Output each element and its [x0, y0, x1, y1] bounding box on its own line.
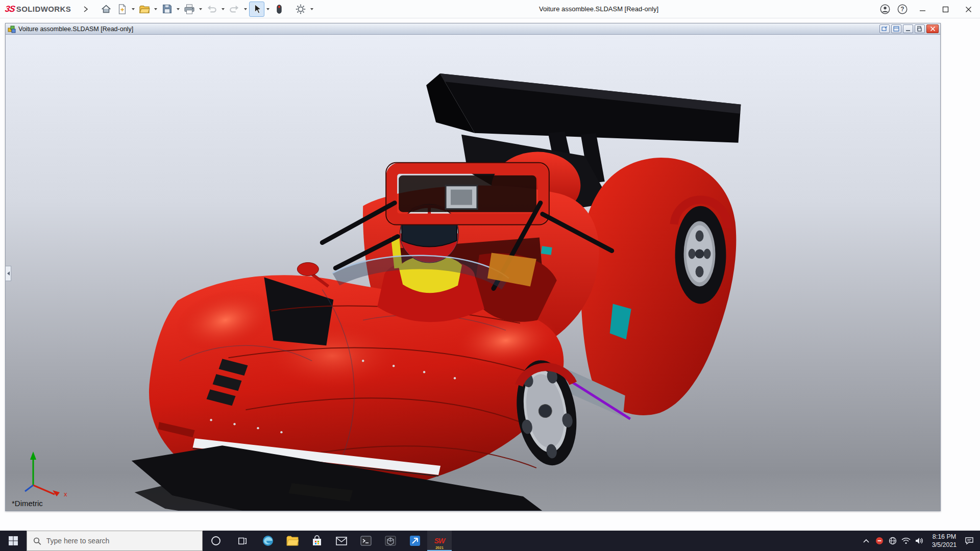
solidworks-logo: 3S SOLIDWORKS [5, 4, 71, 14]
app-window-controls: ? [876, 0, 980, 18]
chevron-down-icon [266, 8, 270, 10]
y-axis-arrow [30, 452, 36, 460]
taskbar-app-terminal[interactable] [354, 531, 378, 551]
taskbar-clock[interactable]: 8:16 PM 3/5/2021 [926, 533, 963, 549]
select-tool-button[interactable] [249, 2, 264, 17]
help-icon: ? [897, 4, 908, 15]
action-center-icon [965, 537, 974, 545]
open-button[interactable] [137, 2, 152, 17]
taskbar-app-blue[interactable] [403, 531, 427, 551]
save-icon [162, 4, 173, 14]
roll-hoop [386, 163, 549, 225]
windows-logo-icon [8, 536, 18, 546]
assembly-document-icon [8, 25, 16, 33]
search-input[interactable] [46, 537, 196, 545]
file-explorer-icon [286, 535, 299, 546]
view-orientation-label: *Dimetric [12, 499, 43, 508]
chevron-left-icon [7, 271, 10, 276]
search-icon [33, 537, 41, 545]
account-button[interactable] [876, 0, 894, 18]
clock-time: 8:16 PM [927, 533, 962, 541]
volume-icon [915, 537, 924, 545]
task-view-icon [237, 536, 248, 546]
store-icon [311, 535, 323, 546]
save-dropdown[interactable] [175, 2, 181, 17]
doc-pane-button-1[interactable] [879, 24, 890, 33]
open-dropdown[interactable] [153, 2, 159, 17]
tray-network-button[interactable] [886, 531, 899, 551]
tray-alert-button[interactable] [873, 531, 886, 551]
new-document-button[interactable] [114, 2, 130, 17]
chevron-down-icon [222, 8, 225, 10]
redo-dropdown[interactable] [242, 2, 249, 17]
save-button[interactable] [159, 2, 175, 17]
doc-minimize-button[interactable] [903, 24, 913, 33]
wifi-icon [901, 537, 911, 544]
taskbar-app-store[interactable] [305, 531, 329, 551]
maximize-icon [942, 6, 949, 13]
taskbar-search[interactable] [27, 531, 203, 551]
orientation-triad[interactable]: x [10, 445, 76, 496]
doc-restore-button[interactable] [915, 24, 925, 33]
task-view-button[interactable] [229, 531, 256, 551]
chevron-down-icon [132, 8, 135, 10]
options-button[interactable] [293, 2, 308, 17]
app-close-button[interactable] [957, 0, 980, 18]
tile-window-icon [893, 26, 899, 32]
action-center-button[interactable] [963, 531, 976, 551]
tray-wifi-button[interactable] [899, 531, 913, 551]
chevron-down-icon [244, 8, 247, 10]
undo-dropdown[interactable] [220, 2, 226, 17]
feature-pane-collapse-tab[interactable] [6, 266, 11, 281]
gear-icon [295, 4, 306, 15]
globe-icon [889, 537, 897, 545]
app-maximize-button[interactable] [934, 0, 957, 18]
taskbar-app-mail[interactable] [329, 531, 354, 551]
viewport-3d[interactable]: x *Dimetric [6, 35, 940, 511]
print-dropdown[interactable] [198, 2, 204, 17]
restore-icon [917, 26, 923, 32]
taskbar-app-edge[interactable] [256, 531, 280, 551]
tray-volume-button[interactable] [913, 531, 926, 551]
new-document-dropdown[interactable] [130, 2, 136, 17]
new-window-icon [881, 26, 888, 32]
solidworks-year-badge: 2021 [435, 546, 444, 549]
system-tray: 8:16 PM 3/5/2021 [860, 531, 980, 551]
minimize-icon [919, 6, 926, 13]
screen: 3S SOLIDWORKS [0, 0, 980, 551]
chevron-down-icon [177, 8, 180, 10]
doc-close-button[interactable] [926, 24, 939, 33]
start-button[interactable] [0, 531, 27, 551]
doc-pane-button-2[interactable] [891, 24, 901, 33]
undo-icon [206, 4, 217, 14]
home-button[interactable] [99, 2, 114, 17]
chevron-down-icon [199, 8, 202, 10]
document-titlebar[interactable]: Voiture assomblee.SLDASM [Read-only] [6, 23, 940, 35]
x-axis-label: x [64, 490, 67, 496]
tray-overflow-button[interactable] [860, 531, 873, 551]
close-icon [930, 26, 936, 32]
undo-button[interactable] [204, 2, 219, 17]
cortana-button[interactable] [203, 531, 229, 551]
select-tool-dropdown[interactable] [265, 2, 271, 17]
help-button[interactable]: ? [894, 0, 911, 18]
blue-app-icon [409, 535, 421, 547]
mouse-gestures-button[interactable] [272, 2, 287, 17]
solidworks-letters: SW [434, 537, 445, 545]
terminal-icon [360, 535, 372, 546]
close-icon [965, 6, 972, 13]
taskbar-app-file-explorer[interactable] [280, 531, 305, 551]
taskbar-app-cad-viewer[interactable] [378, 531, 403, 551]
teal-lamp [541, 246, 552, 255]
print-button[interactable] [182, 2, 197, 17]
app-minimize-button[interactable] [911, 0, 934, 18]
taskbar: SW 2021 [0, 531, 980, 551]
car-3d-model[interactable] [6, 35, 940, 511]
open-folder-icon [139, 4, 150, 14]
taskbar-app-solidworks[interactable]: SW 2021 [427, 531, 452, 551]
redo-button[interactable] [227, 2, 242, 17]
options-dropdown[interactable] [309, 2, 315, 17]
app-window-title: Voiture assomblee.SLDASM [Read-only] [539, 0, 658, 18]
minimize-icon [905, 27, 911, 32]
expand-menu-button[interactable] [78, 2, 93, 17]
